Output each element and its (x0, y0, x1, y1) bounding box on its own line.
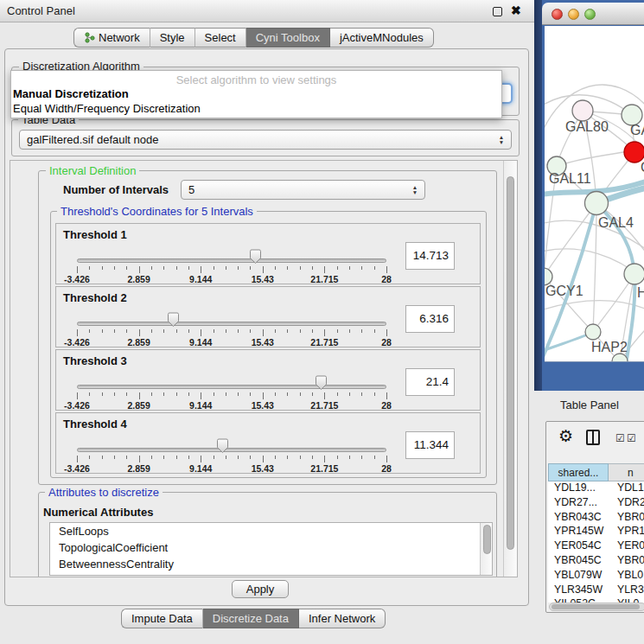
list-scrollbar[interactable] (480, 523, 492, 575)
checkbox-icon[interactable]: ☑ (615, 432, 625, 444)
list-item-selfloops[interactable]: SelfLoops (50, 523, 492, 539)
tick-label: -3.426 (64, 337, 90, 348)
tick-label: 21.715 (310, 337, 338, 348)
tick-label: 15.43 (252, 400, 274, 411)
tick-label: 2.859 (127, 274, 150, 284)
cell: YER0 (609, 539, 644, 554)
number-of-intervals-combobox[interactable]: 5 ▲▼ (181, 180, 425, 200)
interval-definition-label: Interval Definition (46, 164, 139, 177)
column-header-shared-name[interactable]: shared... (548, 463, 609, 481)
table-horizontal-scrollbar-thumb[interactable] (552, 604, 640, 609)
threshold-1-value-field[interactable]: 14.713 (405, 242, 455, 270)
network-icon (84, 32, 95, 43)
node-label-gal4: GAL4 (598, 215, 634, 230)
cell: YLR3 (609, 583, 644, 598)
threshold-4-row: Threshold 4 -3.426 2.859 9.144 15.43 21.… (55, 412, 481, 474)
threshold-2-slider[interactable] (77, 322, 386, 326)
node-label-hap2: HAP2 (591, 340, 628, 354)
table-row[interactable]: YBR045CYBR0 (548, 554, 644, 569)
cell: YDR27... (548, 496, 609, 511)
list-scrollbar-thumb[interactable] (483, 525, 491, 554)
table-row[interactable]: YDL19...YDL1 (548, 481, 644, 496)
close-traffic-light[interactable] (552, 9, 563, 20)
node-hap2[interactable] (585, 324, 601, 340)
network-window-titlebar[interactable] (542, 3, 644, 25)
threshold-3-value-field[interactable]: 21.4 (405, 368, 455, 396)
list-item-topologicalcoefficient[interactable]: TopologicalCoefficient (50, 539, 492, 556)
popup-item-equal-width-frequency[interactable]: Equal Width/Frequency Discretization (11, 101, 501, 116)
threshold-4-slider[interactable] (77, 448, 386, 452)
node-gal80[interactable] (572, 100, 593, 121)
threshold-1-row: Threshold 1 -3.426 2.859 9.144 15.43 21.… (55, 223, 481, 284)
close-icon[interactable]: ✖ (511, 3, 521, 17)
tab-select[interactable]: Select (195, 28, 246, 48)
threshold-2-row: Threshold 2 -3.426 2.859 9.144 15.43 21.… (55, 286, 481, 348)
node-h[interactable] (624, 264, 644, 284)
tick-label: 9.144 (189, 274, 212, 284)
column-header-name[interactable]: n (609, 463, 644, 481)
table-row[interactable]: YDR27...YDR2 (548, 496, 644, 511)
combo-spinner-icon: ▲▼ (496, 131, 507, 148)
tab-style[interactable]: Style (150, 28, 195, 48)
table-horizontal-scrollbar[interactable] (549, 603, 644, 611)
cell: YBL0 (609, 569, 644, 583)
bottom-tab-bar: Impute Data Discretize Data Infer Networ… (121, 609, 386, 628)
cell: YDL19... (548, 481, 609, 496)
zoom-traffic-light[interactable] (584, 9, 596, 20)
checkbox-icon[interactable]: ☑ (627, 432, 636, 444)
tab-impute-data[interactable]: Impute Data (121, 609, 203, 628)
tick-label: 28 (381, 463, 392, 474)
combo-spinner-icon: ▲▼ (410, 182, 420, 198)
float-window-icon[interactable] (493, 7, 502, 16)
tab-discretize-data[interactable]: Discretize Data (203, 609, 299, 628)
threshold-4-value-field[interactable]: 11.344 (405, 431, 455, 459)
threshold-1-slider[interactable] (77, 258, 386, 263)
tick-label: 2.859 (127, 463, 150, 474)
table-row[interactable]: YBL079WYBL0 (548, 569, 644, 583)
number-of-intervals-value: 5 (188, 183, 194, 196)
threshold-3-slider[interactable] (77, 385, 386, 389)
thresholds-group-label: Threshold's Coordinates for 5 Intervals (57, 205, 257, 218)
tick-label: 9.144 (189, 337, 212, 348)
tick-label: 21.715 (310, 400, 338, 411)
cell: YBL079W (548, 569, 609, 583)
table-row[interactable]: YLR345WYLR3 (548, 583, 644, 598)
cell: YPR145W (548, 525, 609, 539)
tab-infer-network[interactable]: Infer Network (299, 609, 386, 628)
gear-icon[interactable]: ⚙ (558, 426, 573, 446)
slider-thumb[interactable] (167, 312, 180, 328)
threshold-3-label: Threshold 3 (63, 354, 127, 367)
tab-jactive-label: jActiveMNodules (340, 31, 424, 44)
settings-scrollbar[interactable] (503, 161, 517, 577)
slider-thumb[interactable] (249, 249, 262, 265)
threshold-2-value-field[interactable]: 6.316 (405, 305, 455, 333)
column-settings-icon[interactable] (586, 430, 600, 445)
slider-ticks (77, 329, 386, 337)
algorithm-dropdown-popup: Select algorithm to view settings Manual… (10, 70, 502, 118)
table-row[interactable]: YBR043CYBR0 (548, 511, 644, 526)
table-toolbar: ⚙ ☑ ☑ (546, 422, 644, 463)
settings-scrollbar-thumb[interactable] (507, 176, 514, 550)
tick-label: -3.426 (64, 463, 90, 474)
popup-item-manual-discretization[interactable]: Manual Discretization (11, 86, 501, 101)
settings-scroll-pane: Interval Definition Number of Intervals … (10, 160, 518, 577)
table-row[interactable]: YER054CYER0 (548, 539, 644, 554)
list-item-betweennesscentrality[interactable]: BetweennessCentrality (50, 556, 492, 572)
tab-cyni-toolbox[interactable]: Cyni Toolbox (246, 28, 330, 48)
number-of-intervals-label: Number of Intervals (63, 183, 169, 196)
slider-thumb[interactable] (315, 375, 328, 391)
tab-network[interactable]: Network (73, 28, 150, 48)
node-gal4[interactable] (585, 192, 609, 215)
minimize-traffic-light[interactable] (568, 9, 579, 20)
table-row[interactable]: YPR145WYPR1 (548, 525, 644, 539)
threshold-3-row: Threshold 3 -3.426 2.859 9.144 15.43 21.… (55, 349, 481, 411)
table-panel: ⚙ ☑ ☑ shared... n YDL19...YDL1 YDR27...Y… (545, 421, 644, 613)
table-data-combobox[interactable]: galFiltered.sif default node ▲▼ (19, 130, 512, 150)
tick-label: -3.426 (64, 400, 90, 411)
network-canvas[interactable]: GAL80 GA C GAL11 GAL4 GCY1 H HAP2 (545, 26, 644, 362)
node-gcy1[interactable] (545, 268, 552, 285)
tab-jactivemnodules[interactable]: jActiveMNodules (330, 28, 434, 48)
apply-button[interactable]: Apply (232, 580, 289, 598)
tab-select-label: Select (205, 31, 236, 44)
slider-thumb[interactable] (216, 438, 229, 454)
